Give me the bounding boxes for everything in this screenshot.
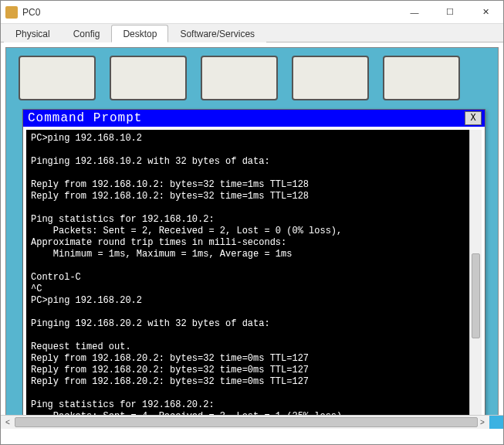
tab-software-services[interactable]: Software/Services — [168, 25, 266, 42]
app-icon — [5, 6, 18, 19]
tab-desktop[interactable]: Desktop — [111, 25, 168, 42]
command-prompt-window: Command Prompt X PC>ping 192.168.10.2 Pi… — [22, 109, 485, 429]
desktop-shortcut-icon[interactable] — [201, 56, 278, 100]
command-prompt-scrollbar[interactable] — [469, 130, 482, 429]
scroll-left-button[interactable]: < — [1, 416, 15, 429]
command-prompt-close-button[interactable]: X — [465, 111, 482, 125]
tab-bar: Physical Config Desktop Software/Service… — [1, 24, 503, 42]
horizontal-scroll-track[interactable] — [15, 416, 475, 429]
tab-config[interactable]: Config — [62, 25, 112, 42]
horizontal-scroll-thumb[interactable] — [15, 417, 478, 427]
desktop-shortcut-icon[interactable] — [383, 56, 460, 100]
horizontal-scrollbar[interactable]: < > — [1, 415, 503, 429]
maximize-button[interactable]: ☐ — [432, 1, 468, 23]
desktop-shortcut-icon[interactable] — [19, 56, 96, 100]
tab-physical[interactable]: Physical — [4, 25, 62, 42]
desktop-shortcut-icon[interactable] — [292, 56, 369, 100]
window-titlebar: PC0 — ☐ ✕ — [1, 1, 503, 24]
command-prompt-title: Command Prompt — [28, 111, 465, 125]
desktop-icon-row — [6, 48, 498, 108]
desktop-shortcut-icon[interactable] — [110, 56, 187, 100]
command-prompt-output[interactable]: PC>ping 192.168.10.2 Pinging 192.168.10.… — [26, 130, 469, 429]
scrollbar-thumb[interactable] — [472, 253, 480, 338]
minimize-button[interactable]: — — [397, 1, 432, 23]
command-prompt-titlebar[interactable]: Command Prompt X — [23, 110, 485, 127]
window-title: PC0 — [22, 7, 397, 18]
scroll-corner — [489, 416, 503, 430]
desktop-area: Command Prompt X PC>ping 192.168.10.2 Pi… — [1, 42, 503, 429]
close-button[interactable]: ✕ — [468, 1, 503, 23]
